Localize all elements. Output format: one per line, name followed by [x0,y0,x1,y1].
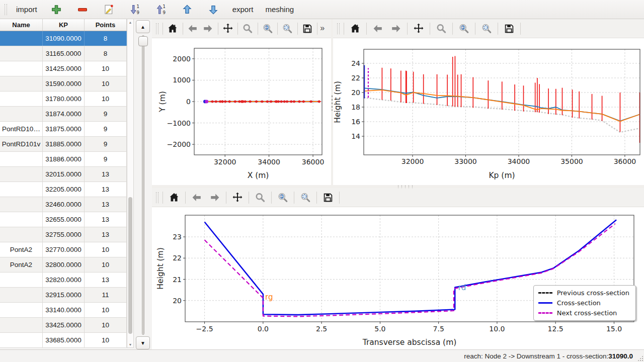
pan-button[interactable] [410,21,427,36]
pan-button[interactable] [221,21,235,36]
navigate-up-button[interactable]: ▲ [136,20,150,33]
table-row[interactable]: 33140.000010 [0,303,127,318]
scrollbar-thumb[interactable] [128,197,132,334]
import-button[interactable]: import [12,2,42,17]
column-header-kp[interactable]: KP [43,19,85,31]
back-button[interactable] [186,21,200,36]
slider-track[interactable] [142,35,144,335]
zoom-original-button[interactable]: 1 [261,21,275,36]
table-row[interactable]: PontA232770.000010 [0,242,127,257]
table-row[interactable]: 32755.000013 [0,227,127,242]
column-header-name[interactable]: Name [0,19,43,31]
back-button[interactable] [188,190,205,205]
toolbar-overflow-button[interactable]: » [320,24,329,34]
move-up-button[interactable] [176,2,199,17]
tick-label: 33000 [454,157,477,165]
cell-points: 13 [85,197,127,212]
zoom-button[interactable] [433,21,450,36]
forward-button[interactable] [201,21,215,36]
table-row[interactable]: 33425.000010 [0,318,127,333]
table-header: NameKPPoints [0,19,127,31]
table-scrollbar[interactable]: ▲ ▼ [127,19,134,348]
toolbar-grip[interactable] [5,4,7,15]
table-row[interactable]: 31165.00008 [0,46,127,61]
zoom-original-button[interactable]: 1 [274,190,291,205]
slider-thumb[interactable] [138,36,148,46]
sort-desc-icon: 19 [129,4,141,16]
table-row[interactable]: 31874.00009 [0,107,127,122]
table-row[interactable]: 31590.000010 [0,76,127,92]
profile-plot[interactable]: 3200033000340003500036000141618202224Kp … [333,38,644,185]
table-row[interactable]: 32205.000013 [0,182,127,197]
save-icon [503,23,515,35]
back-button[interactable] [369,21,386,36]
scroll-up-icon[interactable]: ▲ [127,19,133,25]
export-button[interactable]: export [228,2,258,17]
table-row[interactable]: 32460.000013 [0,197,127,212]
home-button[interactable] [347,21,364,36]
zoom-fit-button[interactable] [478,21,495,36]
trace-plot[interactable]: 320003400036000−2000−1000010002000X (m)Y… [152,38,331,185]
tick-label: 32000 [401,157,424,165]
toolbar-separator [277,23,278,35]
tick-label: 0.0 [258,325,269,333]
zoom-fit-button[interactable] [297,190,314,205]
zoom-original-button[interactable]: 1 [455,21,472,36]
cell-points: 10 [85,242,127,257]
zoom-button[interactable] [240,21,255,36]
table-row[interactable]: 31090.00008 [0,31,127,46]
table-row[interactable]: 32915.000011 [0,288,127,303]
cell-kp: 31886.0000 [43,152,85,166]
edit-cross-section-button[interactable] [97,2,120,17]
sort-ascending-button[interactable]: 19 [149,2,173,17]
forward-button[interactable] [387,21,405,36]
svg-text:9: 9 [136,10,139,15]
meshing-button[interactable]: meshing [261,2,298,17]
save-button[interactable] [300,21,315,36]
table-row[interactable]: PontA232800.000010 [0,257,127,273]
legend-label: Cross-section [557,299,601,307]
home-button[interactable] [166,21,180,36]
zoom-button[interactable] [252,190,269,205]
table-row[interactable]: 33685.000010 [0,333,127,348]
cross-section-plot-toolbar: 1 [152,188,644,207]
save-button[interactable] [501,21,518,36]
forward-button[interactable] [206,190,223,205]
sort-descending-button[interactable]: 19 [123,2,146,17]
back-icon [191,192,203,204]
zoom-fit-button[interactable] [280,21,295,36]
cell-kp: 32460.0000 [43,197,85,212]
scroll-down-icon[interactable]: ▼ [127,341,133,347]
tick-label: 35000 [560,157,583,165]
pan-button[interactable] [229,190,246,205]
toolbar-grip[interactable] [337,23,340,34]
table-row[interactable]: 32820.000013 [0,273,127,288]
tick-label: 18 [351,103,360,111]
add-cross-section-button[interactable] [45,2,68,17]
section-navigator-slider: ▲ ▼ [135,20,151,349]
table-row[interactable]: 32655.000013 [0,212,127,227]
table-row[interactable]: PontRD10…31875.00009 [0,122,127,137]
navigate-down-button[interactable]: ▼ [136,336,150,349]
tick-label: 2000 [173,55,191,63]
tick-label: 5.0 [374,325,385,333]
table-row[interactable]: 31425.000010 [0,61,127,76]
tick-label: 20 [173,297,182,305]
cross-section-plot[interactable]: −2.50.02.55.07.510.012.515.020212223rgrd… [152,207,644,349]
toolbar-separator [294,192,294,204]
remove-cross-section-button[interactable] [71,2,94,17]
toolbar-separator [520,23,521,35]
save-icon [301,23,313,35]
table-row[interactable]: 31780.000010 [0,92,127,107]
table-row[interactable]: 32015.000013 [0,167,127,182]
toolbar-grip[interactable] [156,23,158,34]
table-row[interactable]: PontRD101v31885.00009 [0,137,127,152]
move-down-button[interactable] [202,2,225,17]
toolbar-separator [226,192,226,204]
home-button[interactable] [166,190,183,205]
column-header-points[interactable]: Points [85,19,127,31]
save-button[interactable] [319,190,337,205]
table-row[interactable]: 31886.00009 [0,152,127,167]
toolbar-grip[interactable] [156,192,158,203]
resize-grip[interactable] [637,355,643,361]
